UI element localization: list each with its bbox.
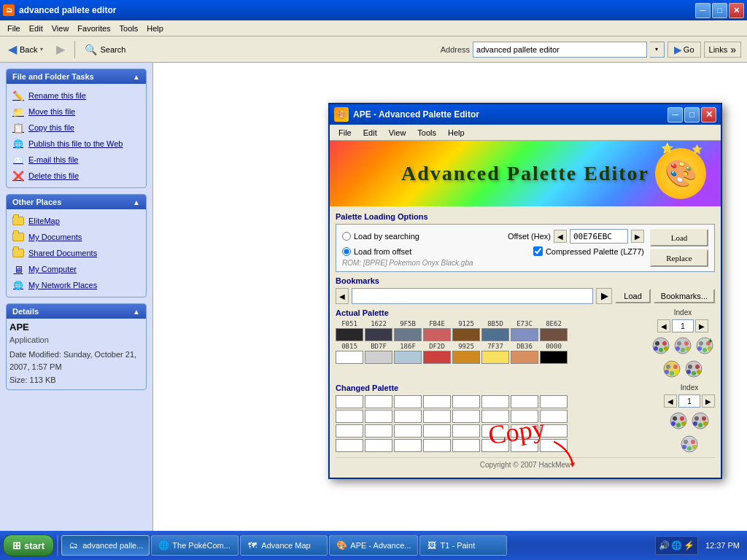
close-button[interactable]: ✕: [729, 3, 744, 18]
search-button[interactable]: 🔍 Search: [80, 41, 131, 58]
changed-swatch-2-0[interactable]: [336, 424, 363, 438]
color-swatch-1-2[interactable]: [394, 351, 422, 364]
changed-swatch-1-7[interactable]: [540, 410, 568, 423]
changed-index-prev-button[interactable]: ◀: [664, 394, 677, 408]
bookmarks-manage-button[interactable]: Bookmarks...: [654, 289, 715, 303]
color-swatch-0-4[interactable]: [452, 328, 480, 341]
color-swatch-0-5[interactable]: [481, 328, 509, 341]
offset-input[interactable]: [570, 229, 628, 244]
changed-swatch-2-4[interactable]: [452, 424, 480, 438]
changed-swatch-3-3[interactable]: [423, 439, 451, 452]
my-computer-item[interactable]: 🖥 My Computer: [9, 262, 143, 276]
actual-palette-icon-5[interactable]: [684, 359, 704, 379]
go-button[interactable]: ▶ Go: [667, 42, 701, 58]
changed-swatch-1-0[interactable]: [336, 410, 363, 423]
changed-swatch-1-2[interactable]: [394, 410, 422, 423]
changed-swatch-0-6[interactable]: [511, 395, 538, 408]
rename-item[interactable]: ✏️ Rename this file: [9, 88, 143, 103]
ape-menu-file[interactable]: File: [333, 127, 357, 139]
changed-swatch-0-5[interactable]: [481, 395, 509, 408]
bookmark-input[interactable]: [352, 288, 593, 304]
taskbar-item-0[interactable]: 🗂 advanced palle...: [61, 535, 150, 556]
color-swatch-0-2[interactable]: [394, 328, 422, 341]
changed-swatch-2-5[interactable]: [481, 424, 509, 438]
actual-index-prev-button[interactable]: ◀: [657, 319, 670, 332]
changed-swatch-1-3[interactable]: [423, 410, 451, 423]
color-swatch-1-4[interactable]: [452, 351, 480, 364]
changed-index-input[interactable]: [678, 394, 700, 408]
taskbar-item-3[interactable]: 🎨 APE - Advance...: [329, 535, 417, 556]
my-documents-item[interactable]: My Documents: [9, 230, 143, 244]
load-button[interactable]: Load: [650, 229, 708, 246]
changed-swatch-1-1[interactable]: [365, 410, 392, 423]
changed-palette-icon-1[interactable]: [668, 411, 689, 431]
changed-swatch-0-4[interactable]: [452, 395, 480, 408]
delete-item[interactable]: ❌ Delete this file: [9, 168, 143, 183]
menu-file[interactable]: File: [3, 23, 25, 34]
copy-item[interactable]: 📋 Copy this file: [9, 120, 143, 135]
maximize-button[interactable]: □: [712, 3, 727, 18]
changed-swatch-2-1[interactable]: [365, 424, 392, 438]
ape-menu-help[interactable]: Help: [442, 127, 471, 139]
changed-swatch-3-7[interactable]: [540, 439, 568, 452]
color-swatch-0-3[interactable]: [423, 328, 451, 341]
menu-favorites[interactable]: Favorites: [73, 23, 115, 34]
changed-swatch-0-0[interactable]: [336, 395, 363, 408]
changed-swatch-3-5[interactable]: [481, 439, 509, 452]
ape-menu-edit[interactable]: Edit: [357, 127, 383, 139]
publish-item[interactable]: 🌐 Publish this file to the Web: [9, 136, 143, 151]
bookmark-prev-button[interactable]: ◀: [336, 288, 349, 304]
radio-offset-label[interactable]: Load from offset: [342, 247, 411, 256]
menu-view[interactable]: View: [47, 23, 74, 34]
replace-button[interactable]: Replace: [650, 249, 708, 267]
color-swatch-0-7[interactable]: [540, 328, 568, 341]
changed-swatch-2-3[interactable]: [423, 424, 451, 438]
offset-next-button[interactable]: ▶: [631, 230, 644, 243]
changed-swatch-1-4[interactable]: [452, 410, 480, 423]
color-swatch-0-1[interactable]: [365, 328, 392, 341]
file-tasks-header[interactable]: File and Folder Tasks ▲: [7, 69, 146, 84]
taskbar-item-2[interactable]: 🗺 Advance Map: [240, 535, 328, 556]
changed-palette-icon-3[interactable]: [679, 434, 700, 454]
color-swatch-0-6[interactable]: [511, 328, 538, 341]
compressed-checkbox[interactable]: [533, 246, 543, 256]
actual-palette-icon-1[interactable]: [651, 335, 671, 356]
menu-edit[interactable]: Edit: [25, 23, 47, 34]
color-swatch-1-3[interactable]: [423, 351, 451, 364]
ape-maximize-button[interactable]: □: [684, 107, 700, 122]
changed-swatch-0-3[interactable]: [423, 395, 451, 408]
changed-swatch-0-2[interactable]: [394, 395, 422, 408]
taskbar-item-1[interactable]: 🌐 The PokéCom...: [151, 535, 239, 556]
changed-swatch-2-6[interactable]: [511, 424, 538, 438]
changed-swatch-0-7[interactable]: [540, 395, 568, 408]
actual-palette-icon-2[interactable]: [673, 335, 693, 356]
menu-help[interactable]: Help: [142, 23, 168, 34]
actual-index-input[interactable]: [672, 319, 694, 332]
actual-palette-icon-4[interactable]: [662, 359, 682, 379]
ape-minimize-button[interactable]: ─: [667, 107, 683, 122]
taskbar-item-4[interactable]: 🖼 T1 - Paint: [419, 535, 507, 556]
actual-index-next-button[interactable]: ▶: [695, 319, 708, 332]
back-button[interactable]: ◀ Back ▾: [3, 39, 48, 59]
changed-swatch-3-0[interactable]: [336, 439, 363, 452]
changed-swatch-3-1[interactable]: [365, 439, 392, 452]
address-input[interactable]: advanced pallete editor: [473, 42, 647, 58]
color-swatch-1-1[interactable]: [365, 351, 392, 364]
ape-menu-view[interactable]: View: [383, 127, 412, 139]
other-places-header[interactable]: Other Places ▲: [7, 195, 146, 209]
changed-palette-icon-2[interactable]: [690, 411, 711, 431]
color-swatch-1-5[interactable]: [481, 351, 509, 364]
changed-index-next-button[interactable]: ▶: [702, 394, 715, 408]
changed-swatch-1-6[interactable]: [511, 410, 538, 423]
minimize-button[interactable]: ─: [695, 3, 711, 18]
links-button[interactable]: Links »: [704, 42, 741, 58]
changed-swatch-1-5[interactable]: [481, 410, 509, 423]
radio-search[interactable]: [342, 232, 351, 241]
actual-palette-icon-3[interactable]: +: [694, 335, 715, 356]
start-button[interactable]: ⊞ start: [3, 534, 54, 556]
forward-button[interactable]: ▶: [51, 39, 70, 59]
changed-swatch-3-2[interactable]: [394, 439, 422, 452]
address-dropdown-button[interactable]: ▾: [650, 42, 665, 58]
changed-swatch-0-1[interactable]: [365, 395, 392, 408]
changed-swatch-3-4[interactable]: [452, 439, 480, 452]
